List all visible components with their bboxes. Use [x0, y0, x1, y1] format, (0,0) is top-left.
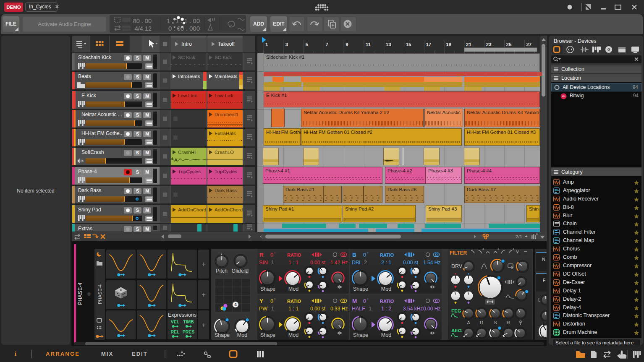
svg-text:80 . 00: 80 . 00 — [133, 18, 152, 24]
svg-text:21: 21 — [466, 42, 471, 47]
svg-text:RATIO: RATIO — [287, 299, 301, 304]
svg-text:+: + — [202, 260, 205, 268]
svg-text:PW: PW — [259, 306, 267, 312]
svg-text:FILTER: FILTER — [450, 250, 467, 256]
svg-text:DBL: DBL — [352, 260, 362, 266]
svg-text:0.33 Hz: 0.33 Hz — [330, 306, 348, 312]
svg-text:PRES: PRES — [183, 329, 195, 334]
svg-text:S: S — [494, 320, 497, 325]
svg-text:0 : 00 . 000: 0 : 00 . 000 — [168, 25, 200, 32]
svg-text:Pitch: Pitch — [216, 268, 228, 274]
svg-text:Y: Y — [259, 298, 263, 304]
svg-text:7: 7 — [325, 42, 328, 47]
svg-text:4: 4 — [234, 302, 237, 307]
svg-text:+: + — [202, 291, 205, 298]
svg-text:1: 1 — [271, 260, 274, 266]
svg-text:2: 2 — [364, 260, 367, 266]
svg-text:4/4.12: 4/4.12 — [135, 25, 152, 32]
svg-text:HALF: HALF — [352, 306, 365, 312]
svg-text:°: ° — [367, 252, 369, 256]
svg-text:+: + — [202, 321, 205, 328]
svg-text:RATIO: RATIO — [287, 253, 301, 258]
svg-text:3.54 kHz: 3.54 kHz — [403, 306, 423, 312]
svg-text:13: 13 — [386, 42, 391, 47]
svg-text:DRV: DRV — [451, 263, 463, 269]
svg-text:1: 1 — [265, 42, 268, 47]
svg-text:0.00 st: 0.00 st — [403, 260, 419, 266]
svg-text:Mod: Mod — [237, 332, 247, 338]
svg-text:Mod: Mod — [381, 332, 391, 338]
svg-text:FEG: FEG — [451, 308, 461, 313]
svg-text:Mod: Mod — [288, 332, 298, 338]
svg-text:Mod: Mod — [288, 286, 298, 292]
svg-text:Shape: Shape — [353, 332, 368, 338]
svg-text:2/1: 2/1 — [516, 234, 522, 239]
svg-text:RATIO: RATIO — [380, 253, 394, 258]
svg-text:0.00 st: 0.00 st — [310, 306, 326, 312]
svg-text:F: F — [543, 278, 545, 283]
svg-text:L: L — [246, 270, 248, 273]
svg-text:0: 0 — [270, 252, 273, 258]
svg-text:0: 0 — [363, 298, 366, 304]
svg-text:1 : 2: 1 : 2 — [381, 306, 391, 312]
svg-text:N: N — [542, 257, 545, 262]
svg-text:0.00 st: 0.00 st — [310, 260, 326, 266]
svg-text:°: ° — [367, 298, 369, 302]
svg-text:Shape: Shape — [260, 332, 275, 338]
svg-text:Expressions: Expressions — [168, 312, 196, 318]
svg-text:B: B — [352, 252, 356, 258]
svg-text:°: ° — [274, 298, 276, 302]
svg-text:15: 15 — [406, 42, 411, 47]
svg-text:°: ° — [274, 252, 276, 256]
svg-text:R: R — [259, 252, 264, 258]
svg-text:0: 0 — [270, 298, 273, 304]
svg-text:1.54 Hz: 1.54 Hz — [423, 260, 440, 266]
svg-text:R: R — [507, 320, 510, 325]
svg-text:19: 19 — [446, 42, 451, 47]
svg-text:A: A — [467, 320, 470, 325]
svg-text:AEG: AEG — [451, 328, 462, 333]
svg-text:Shape: Shape — [260, 286, 275, 292]
svg-text:+: + — [87, 290, 91, 298]
svg-text:VEL: VEL — [171, 319, 180, 324]
svg-text:0: 0 — [363, 252, 366, 258]
svg-text:2 : 1: 2 : 1 — [381, 260, 391, 266]
svg-text:RATIO: RATIO — [380, 299, 394, 304]
svg-text:Mod: Mod — [381, 286, 391, 292]
svg-text:3: 3 — [285, 42, 288, 47]
svg-text:11: 11 — [366, 42, 371, 47]
svg-text:17: 17 — [426, 42, 431, 47]
svg-text:1 : 1: 1 : 1 — [288, 260, 298, 266]
svg-text:D: D — [480, 320, 483, 325]
svg-text:0.00 Hz: 0.00 Hz — [423, 306, 440, 312]
svg-text:Shape: Shape — [353, 286, 368, 292]
svg-text:5: 5 — [306, 42, 309, 47]
svg-text:1.42 Hz: 1.42 Hz — [330, 260, 348, 266]
svg-text:PHASE-4: PHASE-4 — [77, 282, 83, 305]
svg-text:Shape: Shape — [215, 332, 230, 338]
svg-text:REL: REL — [171, 329, 180, 334]
svg-text:23: 23 — [486, 42, 492, 47]
svg-text:1: 1 — [271, 306, 274, 312]
svg-text:PHASE-4: PHASE-4 — [97, 284, 102, 304]
svg-text:TIMB: TIMB — [183, 319, 194, 324]
svg-text:M: M — [352, 298, 357, 304]
svg-text:25: 25 — [506, 42, 512, 47]
svg-text:4: 4 — [497, 247, 499, 250]
svg-text:1 : 1: 1 : 1 — [288, 306, 298, 312]
svg-text:4: 4 — [513, 247, 514, 250]
svg-text:SIN: SIN — [259, 260, 268, 266]
svg-text:27: 27 — [526, 42, 531, 47]
svg-text:4: 4 — [482, 247, 484, 250]
svg-text:9: 9 — [346, 42, 348, 47]
svg-text:1: 1 — [369, 306, 372, 312]
svg-text:Glide: Glide — [231, 268, 243, 274]
